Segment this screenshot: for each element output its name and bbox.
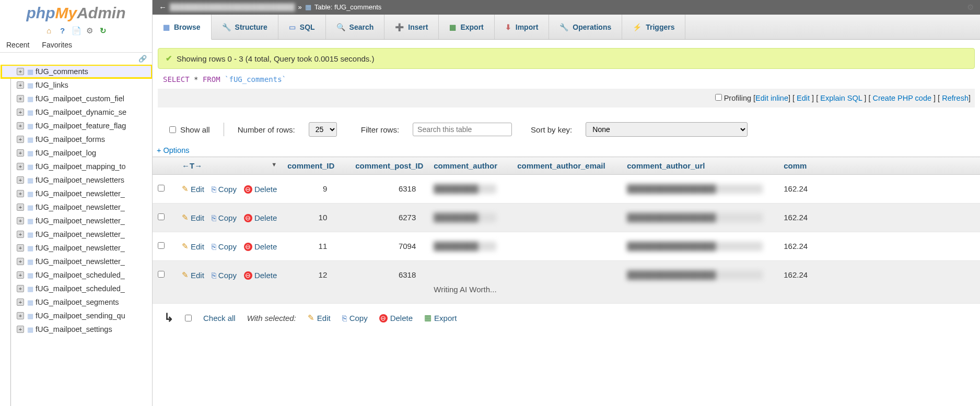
tree-item-fUG_mailpoet_scheduled_[interactable]: +fUG_mailpoet_scheduled_ — [1, 282, 152, 295]
help-icon[interactable] — [58, 26, 67, 35]
col-comment-author-url[interactable]: comment_author_url — [622, 157, 778, 175]
tree-item-fUG_mailpoet_newsletter_[interactable]: +fUG_mailpoet_newsletter_ — [1, 187, 152, 200]
logo[interactable]: phpMyAdmin — [0, 0, 152, 24]
expand-icon[interactable]: + — [17, 122, 24, 129]
expand-icon[interactable]: + — [17, 136, 24, 143]
row-checkbox[interactable] — [158, 271, 165, 278]
show-all-checkbox[interactable] — [169, 126, 176, 133]
expand-icon[interactable]: + — [17, 95, 24, 102]
expand-icon[interactable]: + — [17, 163, 24, 170]
tree-item-fUG_mailpoet_newsletter_[interactable]: +fUG_mailpoet_newsletter_ — [1, 241, 152, 255]
tree-item-fUG_mailpoet_sending_qu[interactable]: +fUG_mailpoet_sending_qu — [1, 309, 152, 323]
link-icon[interactable] — [138, 55, 147, 63]
tab-structure[interactable]: Structure — [212, 15, 278, 39]
expand-icon[interactable]: + — [17, 298, 24, 306]
edit-inline-link[interactable]: Edit inline — [755, 94, 788, 102]
tab-recent[interactable]: Recent — [0, 38, 36, 52]
tab-operations[interactable]: Operations — [549, 15, 622, 39]
edit-sql-link[interactable]: Edit — [797, 94, 810, 102]
tab-insert[interactable]: Insert — [384, 15, 439, 39]
bulk-copy[interactable]: Copy — [342, 314, 368, 323]
page-settings-icon[interactable] — [967, 0, 974, 15]
reload-icon[interactable] — [98, 26, 108, 35]
expand-icon[interactable]: + — [17, 244, 24, 252]
refresh-link[interactable]: Refresh — [942, 94, 969, 102]
bulk-edit[interactable]: Edit — [308, 313, 331, 323]
expand-icon[interactable]: + — [17, 68, 24, 75]
expand-icon[interactable]: + — [17, 204, 24, 211]
numrows-select[interactable]: 25 — [309, 122, 337, 137]
tree-item-fUG_mailpoet_mapping_to[interactable]: +fUG_mailpoet_mapping_to — [1, 160, 152, 173]
row-edit[interactable]: Edit — [182, 213, 204, 222]
expand-icon[interactable]: + — [17, 285, 24, 292]
tree-item-fUG_mailpoet_forms[interactable]: +fUG_mailpoet_forms — [1, 133, 152, 146]
tab-sql[interactable]: SQL — [278, 15, 326, 39]
row-copy[interactable]: Copy — [212, 271, 237, 280]
tree-item-fUG_mailpoet_dynamic_se[interactable]: +fUG_mailpoet_dynamic_se — [1, 105, 152, 119]
expand-icon[interactable]: + — [17, 217, 24, 224]
tab-search[interactable]: Search — [326, 15, 385, 39]
tab-export[interactable]: Export — [439, 15, 494, 39]
tree-item-fUG_mailpoet_log[interactable]: +fUG_mailpoet_log — [1, 146, 152, 160]
expand-icon[interactable]: + — [17, 271, 24, 279]
expand-icon[interactable]: + — [17, 190, 24, 197]
check-all-checkbox[interactable] — [185, 315, 192, 321]
tree-item-fUG_mailpoet_newsletters[interactable]: +fUG_mailpoet_newsletters — [1, 173, 152, 187]
check-all-link[interactable]: Check all — [203, 314, 236, 323]
row-delete[interactable]: Delete — [244, 213, 277, 222]
tree-item-fUG_mailpoet_newsletter_[interactable]: +fUG_mailpoet_newsletter_ — [1, 214, 152, 228]
row-delete[interactable]: Delete — [244, 184, 277, 194]
bulk-export[interactable]: Export — [424, 313, 457, 323]
explain-sql-link[interactable]: Explain SQL — [820, 94, 862, 102]
filter-input[interactable] — [413, 123, 512, 136]
profiling-checkbox[interactable] — [715, 94, 722, 101]
table-tree[interactable]: ▲ +fUG_comments+fUG_links+fUG_mailpoet_c… — [0, 65, 152, 406]
row-copy[interactable]: Copy — [212, 185, 237, 194]
expand-icon[interactable]: + — [17, 149, 24, 157]
row-edit[interactable]: Edit — [182, 270, 204, 280]
expand-icon[interactable]: + — [17, 231, 24, 238]
sort-select[interactable]: None — [586, 122, 748, 137]
tree-item-fUG_mailpoet_scheduled_[interactable]: +fUG_mailpoet_scheduled_ — [1, 268, 152, 282]
row-checkbox[interactable] — [158, 242, 165, 249]
col-comment-author[interactable]: comment_author — [428, 157, 512, 175]
row-edit[interactable]: Edit — [182, 242, 204, 251]
tab-triggers[interactable]: Triggers — [622, 15, 685, 39]
col-comment-next[interactable]: comm — [778, 157, 980, 175]
expand-icon[interactable]: + — [17, 81, 24, 89]
row-delete[interactable]: Delete — [244, 242, 277, 251]
tree-item-fUG_mailpoet_segments[interactable]: +fUG_mailpoet_segments — [1, 295, 152, 309]
expand-icon[interactable]: + — [17, 109, 24, 116]
create-php-link[interactable]: Create PHP code — [872, 94, 931, 102]
bulk-delete[interactable]: Delete — [379, 313, 413, 323]
row-edit[interactable]: Edit — [182, 184, 204, 194]
row-copy[interactable]: Copy — [212, 242, 237, 251]
expand-icon[interactable]: + — [17, 326, 24, 333]
col-comment-id[interactable]: comment_ID — [282, 157, 340, 175]
row-checkbox[interactable] — [158, 185, 165, 192]
row-checkbox[interactable] — [158, 213, 165, 220]
tree-item-fUG_mailpoet_feature_flag[interactable]: +fUG_mailpoet_feature_flag — [1, 119, 152, 133]
tree-item-fUG_mailpoet_newsletter_[interactable]: +fUG_mailpoet_newsletter_ — [1, 200, 152, 214]
options-toggle[interactable]: + Options — [153, 146, 980, 157]
expand-icon[interactable]: + — [17, 258, 24, 265]
tab-browse[interactable]: Browse — [153, 15, 212, 40]
back-arrow-icon[interactable]: ← — [159, 0, 167, 15]
tree-item-fUG_mailpoet_newsletter_[interactable]: +fUG_mailpoet_newsletter_ — [1, 228, 152, 241]
tree-item-fUG_mailpoet_custom_fiel[interactable]: +fUG_mailpoet_custom_fiel — [1, 92, 152, 105]
settings-icon[interactable] — [85, 26, 94, 35]
row-delete[interactable]: Delete — [244, 270, 277, 280]
tree-item-fUG_comments[interactable]: +fUG_comments — [1, 65, 152, 78]
row-copy[interactable]: Copy — [212, 213, 237, 222]
docs-icon[interactable] — [72, 26, 81, 35]
tree-item-fUG_mailpoet_settings[interactable]: +fUG_mailpoet_settings — [1, 323, 152, 336]
col-comment-author-email[interactable]: comment_author_email — [512, 157, 622, 175]
tab-import[interactable]: Import — [495, 15, 550, 39]
home-icon[interactable] — [44, 26, 54, 35]
expand-icon[interactable]: + — [17, 176, 24, 184]
tab-favorites[interactable]: Favorites — [36, 38, 78, 52]
tree-item-fUG_mailpoet_newsletter_[interactable]: +fUG_mailpoet_newsletter_ — [1, 255, 152, 268]
col-comment-post-id[interactable]: comment_post_ID — [340, 157, 428, 175]
expand-icon[interactable]: + — [17, 312, 24, 319]
tree-item-fUG_links[interactable]: +fUG_links — [1, 78, 152, 92]
